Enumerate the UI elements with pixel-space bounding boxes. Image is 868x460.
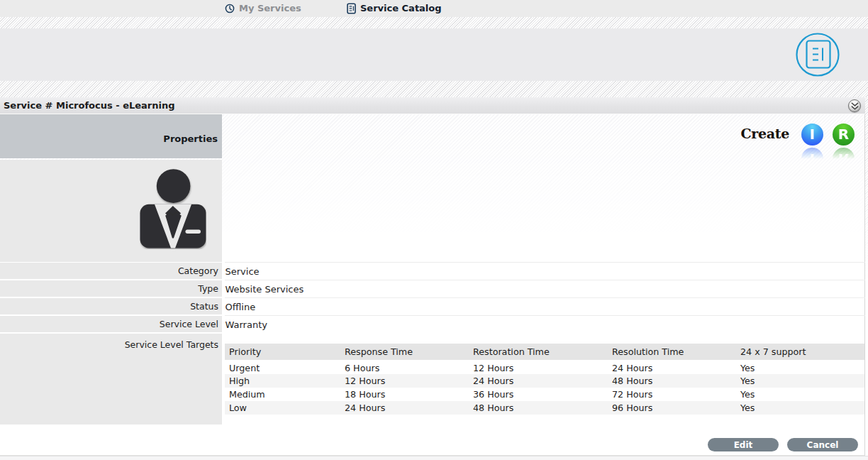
table-row-urgent: Urgent 6 Hours 12 Hours 24 Hours Yes [225, 361, 864, 374]
create-label: Create [740, 126, 789, 141]
category-value: Service [226, 266, 260, 277]
col-response-time: Response Time [340, 344, 469, 361]
cell: 48 Hours [469, 401, 608, 415]
cell: 36 Hours [469, 388, 608, 401]
clock-icon [225, 4, 235, 13]
toolbar [0, 28, 868, 81]
label-cell-status: Status [0, 298, 222, 314]
label-cell-type: Type [0, 280, 222, 297]
create-incident-button[interactable]: I [801, 124, 823, 146]
collapse-button[interactable] [848, 99, 861, 112]
cell: 24 Hours [340, 401, 469, 415]
cell: 48 Hours [608, 374, 736, 388]
label-cell-service-level-targets: Service Level Targets [0, 334, 222, 425]
table-row-high: High 12 Hours 24 Hours 48 Hours Yes [225, 374, 864, 388]
service-level-targets-table: Priority Response Time Restoration Time … [225, 344, 864, 415]
cell: 18 Hours [340, 388, 469, 401]
service-level-value: Warranty [226, 319, 267, 330]
cell: Yes [736, 374, 864, 388]
type-label: Type [198, 283, 218, 294]
value-row-status: Offline [225, 297, 865, 315]
tab-my-services-label: My Services [239, 0, 301, 17]
cancel-button[interactable]: Cancel [787, 438, 858, 451]
cell: Yes [736, 361, 864, 374]
tab-service-catalog-label: Service Catalog [360, 0, 442, 17]
value-row-type: Website Services [225, 280, 865, 297]
category-label: Category [178, 265, 218, 276]
right-margin-stripes [865, 97, 868, 456]
footer-strip [0, 456, 868, 460]
cell: 12 Hours [469, 361, 608, 374]
create-row: Create I R [0, 114, 865, 158]
tab-my-services[interactable]: My Services [225, 0, 301, 17]
cell: Yes [736, 401, 864, 415]
business-person-icon [140, 168, 206, 249]
service-level-targets-label: Service Level Targets [125, 339, 218, 350]
cell: Urgent [225, 361, 340, 374]
cell: 96 Hours [608, 401, 736, 415]
table-header-row: Priority Response Time Restoration Time … [225, 344, 864, 361]
create-request-button[interactable]: R [833, 124, 855, 146]
record-title-bar: Service # Microfocus - eLearning [0, 97, 865, 114]
col-resolution-time: Resolution Time [608, 344, 736, 361]
striped-divider-middle [0, 81, 868, 97]
value-row-service-level: Warranty [225, 315, 865, 333]
create-request-letter: R [838, 126, 849, 143]
col-priority: Priority [225, 344, 340, 361]
cell: Medium [225, 388, 340, 401]
type-value: Website Services [226, 284, 304, 295]
col-24x7-support: 24 x 7 support [736, 344, 864, 361]
cell: Low [225, 401, 340, 415]
catalog-circle-button[interactable] [796, 33, 840, 77]
cell: Yes [736, 388, 864, 401]
cell: High [225, 374, 340, 388]
cell: 24 Hours [608, 361, 736, 374]
cell: 72 Hours [608, 388, 736, 401]
cell: 24 Hours [469, 374, 608, 388]
record-title: Service # Microfocus - eLearning [4, 100, 175, 111]
striped-divider-top [0, 17, 868, 28]
status-value: Offline [226, 302, 256, 312]
label-cell-service-level: Service Level [0, 316, 222, 332]
label-cell-category: Category [0, 263, 222, 279]
table-row-low: Low 24 Hours 48 Hours 96 Hours Yes [225, 401, 864, 415]
status-label: Status [190, 301, 218, 312]
double-chevron-down-icon [850, 102, 859, 111]
catalog-icon [347, 3, 356, 14]
service-details-panel: Properties Create I R Category Type [0, 114, 865, 456]
cell: 6 Hours [340, 361, 469, 374]
create-incident-letter: I [810, 126, 815, 143]
cell: 12 Hours [340, 374, 469, 388]
edit-button[interactable]: Edit [708, 438, 779, 451]
service-level-label: Service Level [160, 319, 218, 329]
value-row-category: Service [225, 262, 865, 280]
top-tab-bar: My Services Service Catalog [0, 0, 868, 17]
tab-service-catalog[interactable]: Service Catalog [347, 0, 442, 17]
table-row-medium: Medium 18 Hours 36 Hours 72 Hours Yes [225, 388, 864, 401]
avatar-cell [0, 160, 222, 262]
col-restoration-time: Restoration Time [469, 344, 608, 361]
